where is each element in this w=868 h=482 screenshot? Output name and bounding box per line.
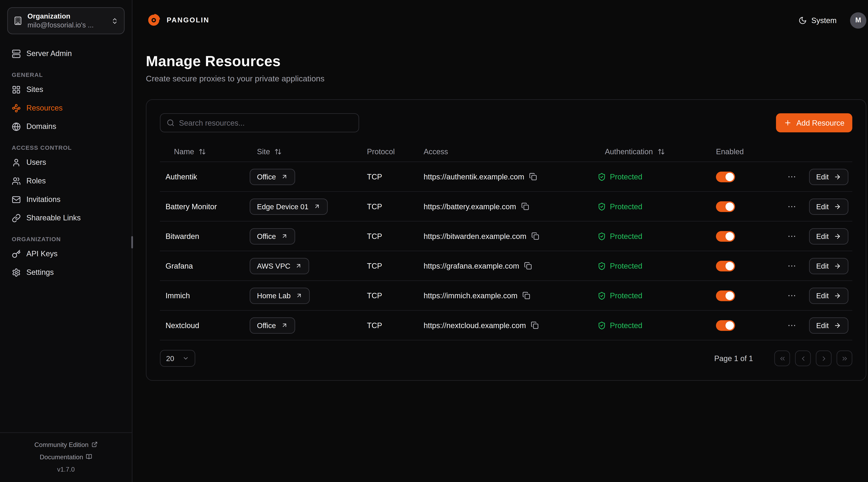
chevrons-up-down-icon <box>111 17 118 25</box>
sidebar-item-settings[interactable]: Settings <box>7 263 125 282</box>
sidebar-item-resources[interactable]: Resources <box>7 99 125 117</box>
avatar-initial: M <box>855 16 861 24</box>
first-page-button[interactable] <box>774 351 790 366</box>
enabled-toggle[interactable] <box>716 171 735 182</box>
search-input[interactable] <box>179 119 352 127</box>
enabled-toggle[interactable] <box>716 290 735 301</box>
theme-toggle-button[interactable]: System <box>798 16 837 24</box>
main-content: PANGOLIN System M Manage Resources Creat… <box>132 0 868 482</box>
sidebar-item-sites[interactable]: Sites <box>7 80 125 99</box>
avatar[interactable]: M <box>850 12 866 28</box>
table-row: Bitwarden Office TCP https://bitwarden.e… <box>160 222 852 251</box>
sidebar-item-label: Shareable Links <box>26 214 81 222</box>
link-icon <box>12 214 21 222</box>
documentation-label: Documentation <box>40 451 83 463</box>
row-menu-button[interactable]: ⋯ <box>786 172 797 181</box>
edit-button[interactable]: Edit <box>809 258 848 274</box>
sidebar-footer: Community Edition Documentation v1.7.0 <box>0 432 132 482</box>
enabled-toggle[interactable] <box>716 320 735 330</box>
copy-url-button[interactable] <box>531 232 539 240</box>
table-row: Grafana AWS VPC TCP https://grafana.exam… <box>160 251 852 281</box>
protocol-value: TCP <box>367 291 424 300</box>
row-menu-button[interactable]: ⋯ <box>786 262 797 270</box>
sort-site-button[interactable] <box>275 148 282 155</box>
sort-name-button[interactable] <box>198 148 206 155</box>
chevrons-right-icon <box>841 355 848 362</box>
sidebar-item-api-keys[interactable]: API Keys <box>7 245 125 263</box>
user-icon <box>12 158 21 167</box>
card-toolbar: Add Resource <box>160 113 852 132</box>
ellipsis-icon: ⋯ <box>787 260 796 270</box>
access-url: https://bitwarden.example.com <box>424 232 526 240</box>
edit-button[interactable]: Edit <box>809 168 848 185</box>
edit-button[interactable]: Edit <box>809 228 848 244</box>
copy-url-button[interactable] <box>529 173 537 181</box>
sort-authentication-button[interactable] <box>657 148 665 155</box>
copy-url-button[interactable] <box>524 262 532 269</box>
sidebar: Organization milo@fossorial.io's ... Ser… <box>0 0 132 482</box>
row-menu-button[interactable]: ⋯ <box>786 232 797 240</box>
resource-name: Nextcloud <box>160 321 257 329</box>
row-menu-button[interactable]: ⋯ <box>786 321 797 329</box>
table-row: Battery Monitor Edge Device 01 TCP https… <box>160 192 852 221</box>
brand: PANGOLIN <box>146 12 209 28</box>
ellipsis-icon: ⋯ <box>787 320 796 330</box>
sidebar-item-server-admin[interactable]: Server Admin <box>7 44 125 63</box>
row-menu-button[interactable]: ⋯ <box>786 202 797 211</box>
sidebar-item-shareable-links[interactable]: Shareable Links <box>7 208 125 227</box>
next-page-button[interactable] <box>816 351 831 366</box>
enabled-toggle[interactable] <box>716 260 735 271</box>
org-selector[interactable]: Organization milo@fossorial.io's ... <box>7 7 125 34</box>
page-size-select[interactable]: 20 <box>160 350 195 367</box>
copy-url-button[interactable] <box>521 202 529 210</box>
last-page-button[interactable] <box>837 351 852 366</box>
site-link-button[interactable]: AWS VPC <box>250 258 309 274</box>
site-link-button[interactable]: Office <box>250 228 295 244</box>
external-link-icon <box>91 441 98 448</box>
sidebar-item-roles[interactable]: Roles <box>7 171 125 190</box>
site-link-button[interactable]: Office <box>250 317 295 333</box>
community-edition-label: Community Edition <box>34 438 89 451</box>
page-info: Page 1 of 1 <box>714 354 753 362</box>
arrow-right-icon <box>834 203 841 210</box>
site-link-button[interactable]: Office <box>250 168 295 185</box>
moon-icon <box>798 16 807 24</box>
edit-button[interactable]: Edit <box>809 287 848 303</box>
auth-status-badge: Protected <box>597 262 642 270</box>
community-edition-link[interactable]: Community Edition <box>4 438 127 451</box>
sidebar-item-label: Settings <box>26 268 54 277</box>
documentation-link[interactable]: Documentation <box>4 451 127 463</box>
sidebar-item-label: API Keys <box>26 250 58 258</box>
add-resource-button[interactable]: Add Resource <box>776 113 852 132</box>
sidebar-item-invitations[interactable]: Invitations <box>7 190 125 209</box>
row-menu-button[interactable]: ⋯ <box>786 291 797 300</box>
version-label: v1.7.0 <box>4 463 127 475</box>
site-link-button[interactable]: Edge Device 01 <box>250 198 328 215</box>
site-link-button[interactable]: Home Lab <box>250 287 310 303</box>
protocol-value: TCP <box>367 172 424 181</box>
prev-page-button[interactable] <box>795 351 811 366</box>
sidebar-item-domains[interactable]: Domains <box>7 117 125 136</box>
brand-name: PANGOLIN <box>167 16 209 24</box>
ellipsis-icon: ⋯ <box>787 201 796 211</box>
sort-icon <box>657 148 665 155</box>
chevron-left-icon <box>799 355 807 362</box>
enabled-toggle[interactable] <box>716 201 735 212</box>
page-subtitle: Create secure proxies to your private ap… <box>146 74 866 83</box>
sidebar-item-users[interactable]: Users <box>7 153 125 171</box>
resource-name: Bitwarden <box>160 232 257 240</box>
access-url: https://grafana.example.com <box>424 262 519 270</box>
copy-url-button[interactable] <box>531 321 539 329</box>
arrow-right-icon <box>834 173 841 180</box>
topbar-right: System M <box>798 12 866 28</box>
sidebar-resize-handle[interactable] <box>131 236 133 249</box>
key-icon <box>12 249 21 258</box>
copy-icon <box>521 202 529 210</box>
copy-url-button[interactable] <box>523 292 530 299</box>
enabled-toggle[interactable] <box>716 231 735 242</box>
protocol-value: TCP <box>367 232 424 240</box>
edit-button[interactable]: Edit <box>809 317 848 333</box>
edit-button[interactable]: Edit <box>809 198 848 215</box>
protocol-value: TCP <box>367 321 424 329</box>
ellipsis-icon: ⋯ <box>787 171 796 181</box>
